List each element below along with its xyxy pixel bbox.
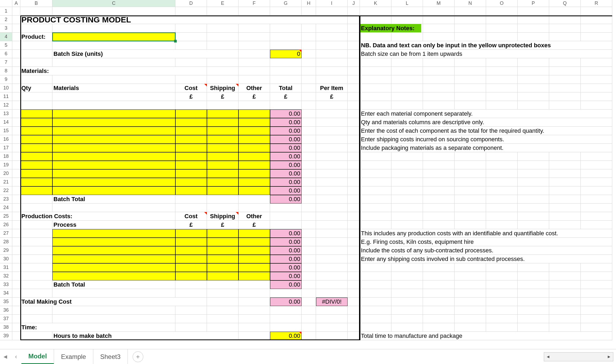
row-header-14[interactable]: 14 (0, 118, 12, 127)
cell[interactable] (391, 221, 423, 229)
cell[interactable] (360, 323, 391, 332)
cell[interactable] (455, 15, 486, 24)
cell[interactable] (270, 24, 302, 33)
cell[interactable] (302, 7, 316, 15)
input-qty[interactable] (20, 109, 52, 118)
row-header-15[interactable]: 15 (0, 127, 12, 135)
comment-indicator-icon[interactable] (204, 84, 207, 87)
row-header-38[interactable]: 38 (0, 323, 12, 332)
row-header-13[interactable]: 13 (0, 109, 12, 118)
cell[interactable] (12, 186, 20, 195)
cell[interactable] (549, 84, 581, 92)
cell[interactable] (238, 67, 270, 75)
cell[interactable] (12, 152, 20, 161)
cell[interactable] (348, 263, 360, 272)
cell[interactable] (360, 195, 391, 203)
input-process-name[interactable] (52, 272, 175, 280)
input-material-name[interactable] (52, 135, 175, 144)
cell[interactable] (518, 33, 549, 41)
cell[interactable] (270, 58, 302, 67)
row-header-16[interactable]: 16 (0, 135, 12, 144)
cell[interactable] (207, 280, 238, 289)
row-header-10[interactable]: 10 (0, 84, 12, 92)
cell[interactable] (360, 263, 391, 272)
cell[interactable] (486, 212, 518, 221)
cell[interactable] (316, 58, 348, 67)
col-header-Q[interactable]: Q (549, 0, 581, 7)
cell[interactable] (549, 92, 581, 101)
cell[interactable] (581, 101, 612, 109)
input-shipping[interactable] (207, 135, 238, 144)
cell[interactable] (486, 178, 518, 186)
row-header-32[interactable]: 32 (0, 272, 12, 280)
cell[interactable] (486, 92, 518, 101)
cell[interactable] (316, 24, 348, 33)
cell[interactable] (52, 24, 175, 33)
cell[interactable] (348, 33, 360, 41)
cell[interactable] (348, 195, 360, 203)
cell[interactable] (348, 161, 360, 169)
input-process-other[interactable] (238, 246, 270, 255)
cell[interactable] (423, 92, 455, 101)
cell[interactable] (302, 289, 316, 298)
cell[interactable] (423, 84, 455, 92)
input-material-name[interactable] (52, 186, 175, 195)
cell[interactable] (455, 24, 486, 33)
cell[interactable] (549, 75, 581, 84)
cell[interactable] (302, 50, 316, 58)
cell[interactable] (12, 332, 20, 340)
cell[interactable] (270, 221, 302, 229)
input-process-other[interactable] (238, 272, 270, 280)
input-cost[interactable] (175, 118, 207, 127)
cell[interactable] (423, 7, 455, 15)
cell[interactable] (12, 7, 20, 15)
cell[interactable] (52, 58, 175, 67)
cell[interactable] (12, 24, 20, 33)
cell[interactable] (423, 178, 455, 186)
cell[interactable] (12, 203, 20, 212)
cell[interactable] (486, 289, 518, 298)
cell[interactable] (581, 161, 612, 169)
cell[interactable] (518, 15, 549, 24)
input-material-name[interactable] (52, 144, 175, 152)
cell[interactable] (455, 289, 486, 298)
cell[interactable] (316, 33, 348, 41)
cell[interactable] (581, 92, 612, 101)
input-qty[interactable] (20, 169, 52, 178)
cell[interactable] (486, 315, 518, 323)
cell[interactable] (455, 315, 486, 323)
col-header-B[interactable]: B (20, 0, 52, 7)
cell[interactable] (518, 315, 549, 323)
cell[interactable] (518, 92, 549, 101)
cell[interactable] (391, 280, 423, 289)
input-shipping[interactable] (207, 161, 238, 169)
cell[interactable] (549, 169, 581, 178)
cell[interactable] (207, 41, 238, 50)
cell[interactable] (549, 280, 581, 289)
cell[interactable] (423, 315, 455, 323)
input-cost[interactable] (175, 127, 207, 135)
cell[interactable] (316, 67, 348, 75)
cell[interactable] (12, 92, 20, 101)
cell[interactable] (360, 186, 391, 195)
cell[interactable] (455, 272, 486, 280)
cell[interactable] (302, 229, 316, 238)
sheet-tab-sheet3[interactable]: Sheet3 (93, 349, 128, 364)
cell[interactable] (20, 229, 52, 238)
cell[interactable] (270, 323, 302, 332)
row-header-37[interactable]: 37 (0, 315, 12, 323)
cell[interactable] (302, 315, 316, 323)
cell[interactable] (302, 332, 316, 340)
cell[interactable] (316, 41, 348, 50)
col-header-G[interactable]: G (270, 0, 302, 7)
cell[interactable] (549, 33, 581, 41)
cell[interactable] (486, 152, 518, 161)
input-batch-size[interactable]: 0 (270, 50, 302, 58)
cell[interactable] (12, 315, 20, 323)
cell[interactable] (52, 315, 175, 323)
cell[interactable] (207, 7, 238, 15)
row-header-27[interactable]: 27 (0, 229, 12, 238)
cell[interactable] (581, 84, 612, 92)
cell[interactable] (348, 246, 360, 255)
cell[interactable] (518, 289, 549, 298)
